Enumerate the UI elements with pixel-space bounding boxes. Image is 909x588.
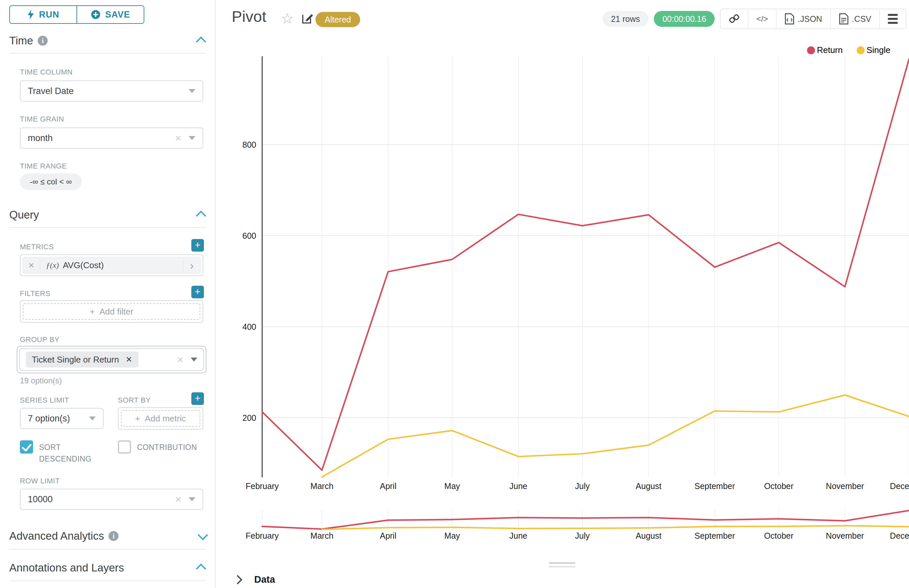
- chevron-up-icon[interactable]: [196, 210, 206, 221]
- clear-icon[interactable]: ×: [177, 354, 183, 366]
- svg-text:February: February: [245, 481, 279, 491]
- data-section-toggle[interactable]: Data: [234, 574, 275, 585]
- add-sort-metric-button[interactable]: +: [191, 393, 204, 405]
- save-button[interactable]: SAVE: [76, 6, 144, 23]
- svg-text:October: October: [764, 531, 793, 540]
- metrics-label: METRICS: [20, 243, 54, 251]
- group-by-select[interactable]: Ticket Single or Return ✕ ×: [16, 346, 207, 373]
- time-column-label: TIME COLUMN: [20, 68, 73, 76]
- control-panel: RUN SAVE Time i TIME COLUMN Travel Date …: [0, 0, 215, 588]
- info-icon: i: [38, 36, 48, 46]
- svg-text:October: October: [764, 481, 793, 491]
- svg-text:200: 200: [242, 413, 256, 422]
- row-limit-select[interactable]: 10000 ×: [20, 489, 203, 510]
- sort-by-label: SORT BY: [118, 396, 151, 405]
- group-by-tag-label: Ticket Single or Return: [32, 355, 119, 365]
- advanced-analytics-header[interactable]: Advanced Analytics i: [9, 530, 205, 542]
- advanced-analytics-title: Advanced Analytics: [9, 530, 104, 542]
- svg-text:September: September: [694, 481, 735, 491]
- sort-by-box: + Add metric: [118, 407, 203, 430]
- chevron-right-icon: [233, 575, 242, 584]
- metric-pill[interactable]: × ƒ(x)AVG(Cost) ›: [23, 257, 200, 273]
- fx-icon: ƒ(x): [46, 261, 59, 270]
- add-sort-metric-text: Add metric: [145, 414, 186, 424]
- filters-label: FILTERS: [20, 289, 50, 298]
- time-column-value: Travel Date: [28, 86, 74, 96]
- svg-text:March: March: [310, 481, 333, 491]
- contribution-label: CONTRIBUTION: [137, 440, 197, 454]
- series-limit-select[interactable]: 7 option(s): [20, 408, 103, 429]
- sort-descending-checkbox[interactable]: SORT DESCENDING: [20, 440, 106, 465]
- line-chart[interactable]: 200400600800FebruaryMarchAprilMayJuneJul…: [216, 0, 909, 588]
- contribution-checkbox[interactable]: CONTRIBUTION: [118, 440, 210, 454]
- caret-down-icon: [189, 89, 195, 93]
- info-icon: i: [108, 531, 118, 541]
- time-range-pill[interactable]: -∞ ≤ col < ∞: [20, 173, 82, 190]
- run-save-button-group: RUN SAVE: [9, 5, 144, 24]
- svg-text:March: March: [310, 531, 333, 540]
- time-range-value: -∞ ≤ col < ∞: [30, 177, 72, 186]
- filters-box: + Add filter: [20, 300, 203, 323]
- remove-metric-icon[interactable]: ×: [23, 260, 40, 271]
- svg-text:800: 800: [242, 140, 256, 149]
- plus-icon: +: [90, 307, 95, 317]
- caret-down-icon: [189, 136, 195, 140]
- chart-panel: Pivot ☆ Altered 21 rows 00:00:00.16 </> …: [216, 0, 909, 588]
- time-range-label: TIME RANGE: [20, 162, 67, 171]
- query-section-title: Query: [9, 208, 39, 221]
- svg-text:April: April: [380, 531, 396, 540]
- time-column-select[interactable]: Travel Date: [20, 81, 203, 102]
- svg-text:June: June: [509, 481, 527, 491]
- divider: [9, 227, 205, 228]
- plus-circle-icon: [91, 10, 101, 19]
- checkbox-checked-icon[interactable]: [20, 440, 33, 454]
- chevron-down-icon[interactable]: [198, 530, 208, 540]
- time-grain-select[interactable]: month ×: [20, 128, 203, 149]
- annotations-title: Annotations and Layers: [9, 562, 124, 574]
- annotations-header[interactable]: Annotations and Layers: [9, 562, 205, 574]
- add-filter-button[interactable]: +: [191, 286, 204, 298]
- group-by-tag[interactable]: Ticket Single or Return ✕: [26, 352, 138, 367]
- row-limit-value: 10000: [28, 494, 53, 504]
- time-section-header[interactable]: Time i: [9, 34, 205, 47]
- caret-down-icon: [191, 357, 197, 362]
- resize-handle[interactable]: [549, 562, 575, 569]
- chevron-up-icon[interactable]: [196, 564, 206, 574]
- svg-text:April: April: [380, 481, 396, 491]
- group-by-label: GROUP BY: [20, 335, 60, 344]
- row-limit-label: ROW LIMIT: [20, 477, 60, 485]
- add-filter-dropzone[interactable]: + Add filter: [23, 303, 200, 320]
- add-sort-metric-dropzone[interactable]: + Add metric: [121, 410, 200, 427]
- metrics-box: × ƒ(x)AVG(Cost) ›: [20, 254, 203, 276]
- add-metric-button[interactable]: +: [191, 239, 204, 252]
- svg-text:July: July: [575, 531, 590, 540]
- plus-icon: +: [135, 414, 140, 424]
- run-button[interactable]: RUN: [10, 6, 76, 23]
- svg-text:May: May: [444, 531, 460, 540]
- time-grain-label: TIME GRAIN: [20, 115, 64, 123]
- divider: [9, 549, 205, 549]
- expand-metric-icon[interactable]: ›: [183, 259, 200, 272]
- svg-text:400: 400: [242, 322, 256, 331]
- metric-label: ƒ(x)AVG(Cost): [40, 260, 183, 270]
- svg-text:February: February: [245, 531, 279, 540]
- query-section-header[interactable]: Query: [9, 208, 205, 221]
- checkbox-unchecked-icon[interactable]: [118, 440, 131, 454]
- run-button-label: RUN: [39, 10, 60, 20]
- divider: [9, 580, 205, 581]
- series-limit-value: 7 option(s): [28, 414, 70, 424]
- svg-text:August: August: [636, 481, 661, 491]
- svg-text:November: November: [826, 531, 864, 540]
- svg-text:November: November: [826, 481, 864, 491]
- options-hint: 19 option(s): [20, 376, 62, 385]
- svg-text:December: December: [890, 531, 909, 540]
- svg-text:September: September: [694, 531, 735, 540]
- sort-descending-label: SORT DESCENDING: [39, 440, 106, 465]
- caret-down-icon: [189, 497, 195, 501]
- remove-tag-icon[interactable]: ✕: [126, 355, 132, 364]
- clear-icon[interactable]: ×: [175, 493, 181, 506]
- svg-text:600: 600: [242, 231, 256, 241]
- svg-text:July: July: [575, 481, 590, 491]
- clear-icon[interactable]: ×: [175, 132, 181, 144]
- chevron-up-icon[interactable]: [196, 36, 206, 47]
